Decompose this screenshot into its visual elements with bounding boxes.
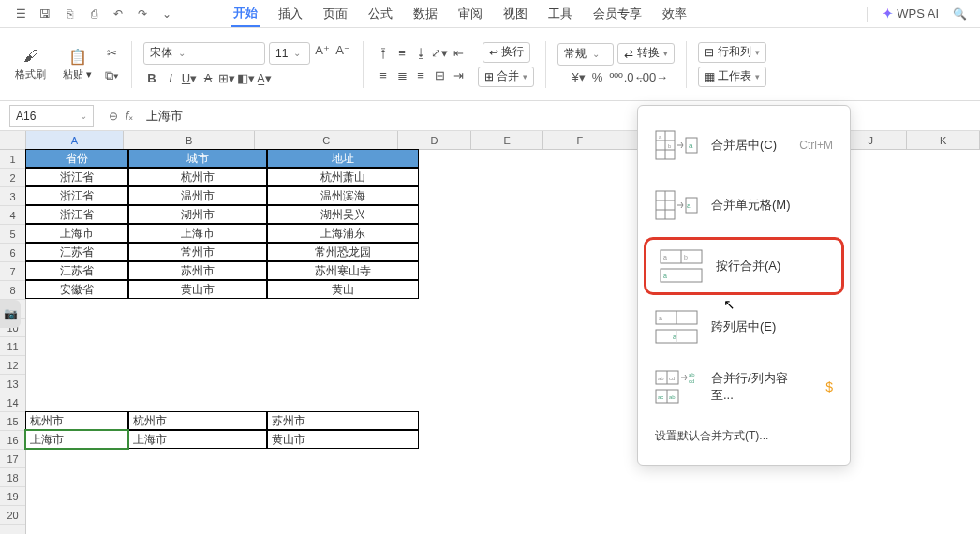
cell-B3[interactable]: 温州市 <box>128 186 267 205</box>
row-header-13[interactable]: 13 <box>0 375 25 393</box>
chevron-down-icon[interactable]: ⌄ <box>156 3 178 25</box>
cell-B8[interactable]: 黄山市 <box>128 280 267 299</box>
menu-icon[interactable]: ☰ <box>9 3 32 25</box>
row-header-8[interactable]: 8 <box>0 281 25 300</box>
merge-button[interactable]: ⊞ 合并▾ <box>478 67 534 87</box>
format-painter-button[interactable]: 🖌 格式刷 <box>9 43 52 85</box>
zoom-icon[interactable]: ⊖ <box>109 110 118 123</box>
cell-A5[interactable]: 上海市 <box>25 224 128 243</box>
select-all-corner[interactable] <box>0 131 26 150</box>
tab-review[interactable]: 审阅 <box>456 2 484 26</box>
tab-view[interactable]: 视图 <box>501 2 529 26</box>
column-header-A[interactable]: A <box>26 131 124 149</box>
side-help-tab[interactable]: 📷 <box>0 300 21 328</box>
italic-icon[interactable]: I <box>162 70 179 87</box>
tab-efficiency[interactable]: 效率 <box>661 2 689 26</box>
row-header-14[interactable]: 14 <box>0 393 25 412</box>
column-header-B[interactable]: B <box>124 131 255 149</box>
cell-B16[interactable]: 上海市 <box>128 430 267 449</box>
cell-C8[interactable]: 黄山 <box>267 280 419 299</box>
decrease-font-icon[interactable]: A⁻ <box>334 42 351 59</box>
cut-icon[interactable]: ✂ <box>103 45 120 62</box>
cell-A6[interactable]: 江苏省 <box>25 243 128 261</box>
align-top-icon[interactable]: ⭱ <box>375 45 392 62</box>
underline-icon[interactable]: U▾ <box>181 70 198 87</box>
strike-icon[interactable]: A <box>200 70 216 87</box>
row-header-12[interactable]: 12 <box>0 356 25 375</box>
align-right-icon[interactable]: ≡ <box>412 67 429 84</box>
align-middle-icon[interactable]: ≡ <box>393 45 410 62</box>
cell-A15[interactable]: 杭州市 <box>25 411 128 430</box>
fill-color-icon[interactable]: ◧▾ <box>237 70 254 87</box>
cell-B6[interactable]: 常州市 <box>128 243 267 261</box>
font-color-icon[interactable]: A̲▾ <box>256 70 273 87</box>
font-name-select[interactable]: 宋体⌄ <box>143 42 265 65</box>
cell-A7[interactable]: 江苏省 <box>25 261 128 280</box>
borders-icon[interactable]: ⊞▾ <box>218 70 235 87</box>
row-header-4[interactable]: 4 <box>0 206 25 225</box>
row-header-2[interactable]: 2 <box>0 169 25 187</box>
cell-B4[interactable]: 湖州市 <box>128 205 267 224</box>
column-header-K[interactable]: K <box>907 131 980 149</box>
cell-A4[interactable]: 浙江省 <box>25 205 128 224</box>
cell-B1[interactable]: 城市 <box>128 149 267 168</box>
increase-decimal-icon[interactable]: .00→ <box>646 69 662 86</box>
cell-A3[interactable]: 浙江省 <box>25 186 128 205</box>
row-header-7[interactable]: 7 <box>0 262 25 281</box>
row-header-3[interactable]: 3 <box>0 187 25 206</box>
tab-member[interactable]: 会员专享 <box>591 2 644 26</box>
tab-start[interactable]: 开始 <box>231 1 260 27</box>
increase-font-icon[interactable]: A⁺ <box>314 42 331 59</box>
currency-icon[interactable]: ¥▾ <box>571 69 587 86</box>
tab-tools[interactable]: 工具 <box>546 2 574 26</box>
column-header-F[interactable]: F <box>543 131 616 149</box>
font-size-select[interactable]: 11⌄ <box>269 42 310 65</box>
save-icon[interactable]: 🖫 <box>34 3 56 25</box>
export-icon[interactable]: ⎘ <box>58 3 81 25</box>
cell-C3[interactable]: 温州滨海 <box>267 186 419 205</box>
wps-ai-button[interactable]: ✦ WPS AI <box>883 7 939 21</box>
row-header-18[interactable]: 18 <box>0 468 25 487</box>
cell-C6[interactable]: 常州恐龙园 <box>267 243 419 261</box>
tab-formula[interactable]: 公式 <box>366 2 394 26</box>
row-header-19[interactable]: 19 <box>0 487 25 506</box>
row-header-11[interactable]: 11 <box>0 337 25 356</box>
align-left-icon[interactable]: ≡ <box>375 67 392 84</box>
name-box[interactable]: A16 ⌄ <box>9 105 94 127</box>
column-header-D[interactable]: D <box>398 131 471 149</box>
cell-A16[interactable]: 上海市 <box>25 430 128 449</box>
merge-settings-item[interactable]: 设置默认合并方式(T)... <box>638 417 850 455</box>
center-across-item[interactable]: aa 跨列居中(E) <box>638 297 850 357</box>
row-header-5[interactable]: 5 <box>0 225 25 244</box>
row-header-6[interactable]: 6 <box>0 244 25 262</box>
cell-C7[interactable]: 苏州寒山寺 <box>267 261 419 280</box>
merge-cells-item[interactable]: a 合并单元格(M) <box>638 175 850 235</box>
cell-B2[interactable]: 杭州市 <box>128 168 267 186</box>
formula-input[interactable]: 上海市 <box>141 105 980 127</box>
column-header-C[interactable]: C <box>255 131 398 149</box>
tab-data[interactable]: 数据 <box>411 2 439 26</box>
column-header-E[interactable]: E <box>471 131 544 149</box>
align-bottom-icon[interactable]: ⭳ <box>412 45 429 62</box>
indent-left-icon[interactable]: ⇤ <box>450 45 467 62</box>
fx-icon[interactable]: fₓ <box>126 110 133 123</box>
wrap-button[interactable]: ↩ 换行 <box>483 42 530 63</box>
cell-C5[interactable]: 上海浦东 <box>267 224 419 243</box>
tab-page[interactable]: 页面 <box>321 2 349 26</box>
tab-insert[interactable]: 插入 <box>276 2 304 26</box>
bold-icon[interactable]: B <box>143 70 160 87</box>
row-header-15[interactable]: 15 <box>0 412 25 431</box>
align-center-icon[interactable]: ≣ <box>393 67 410 84</box>
cell-B5[interactable]: 上海市 <box>128 224 267 243</box>
merge-center-item[interactable]: aba 合并居中(C) Ctrl+M <box>638 115 850 175</box>
distribute-icon[interactable]: ⊟ <box>431 67 448 84</box>
orientation-icon[interactable]: ⤢▾ <box>431 45 448 62</box>
cell-A2[interactable]: 浙江省 <box>25 168 128 186</box>
undo-icon[interactable]: ↶ <box>107 3 129 25</box>
redo-icon[interactable]: ↷ <box>131 3 154 25</box>
search-icon[interactable]: 🔍 <box>948 3 971 25</box>
cell-A8[interactable]: 安徽省 <box>25 280 128 299</box>
row-header-16[interactable]: 16 <box>0 431 25 450</box>
row-header-1[interactable]: 1 <box>0 150 25 169</box>
cell-C2[interactable]: 杭州萧山 <box>267 168 419 186</box>
